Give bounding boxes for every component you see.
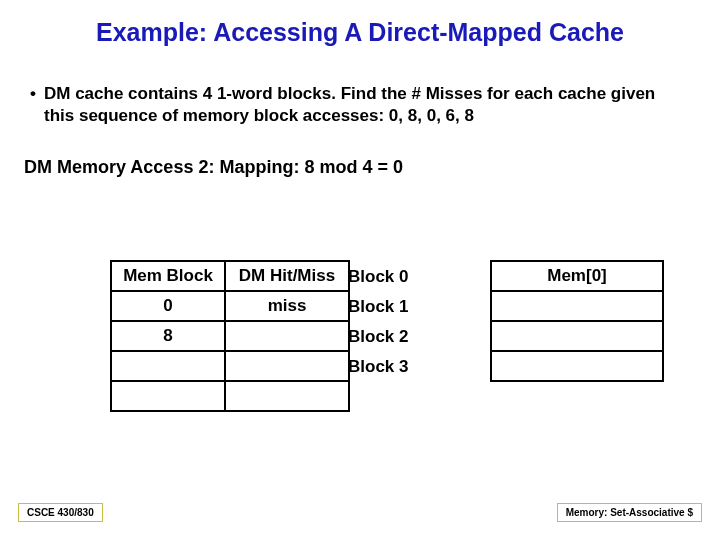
subheading: DM Memory Access 2: Mapping: 8 mod 4 = 0 [0, 127, 720, 178]
bullet-area: • DM cache contains 4 1-word blocks. Fin… [0, 55, 720, 127]
th-memblock: Mem Block [111, 261, 225, 291]
th-hitmiss: DM Hit/Miss [225, 261, 349, 291]
block-label-2: Block 2 [348, 322, 408, 352]
access-table: Mem Block DM Hit/Miss 0 miss 8 [110, 260, 350, 412]
bullet-line: • DM cache contains 4 1-word blocks. Fin… [30, 83, 690, 127]
cache-row-3 [491, 351, 663, 381]
slide-title: Example: Accessing A Direct-Mapped Cache [0, 0, 720, 55]
footer-topic: Memory: Set-Associative $ [557, 503, 702, 522]
cache-row-1 [491, 291, 663, 321]
cache-table: Mem[0] [490, 260, 664, 382]
cell-r1c1: 0 [111, 291, 225, 321]
cell-r2c2 [225, 321, 349, 351]
cell-r4c2 [225, 381, 349, 411]
block-labels: Block 0 Block 1 Block 2 Block 3 [348, 262, 408, 382]
cache-row-2 [491, 321, 663, 351]
cell-r4c1 [111, 381, 225, 411]
block-label-1: Block 1 [348, 292, 408, 322]
cell-r1c2: miss [225, 291, 349, 321]
cell-r3c1 [111, 351, 225, 381]
cell-r3c2 [225, 351, 349, 381]
bullet-text: DM cache contains 4 1-word blocks. Find … [44, 83, 690, 127]
footer-course: CSCE 430/830 [18, 503, 103, 522]
bullet-dot: • [30, 83, 44, 105]
block-label-3: Block 3 [348, 352, 408, 382]
cell-r2c1: 8 [111, 321, 225, 351]
block-label-0: Block 0 [348, 262, 408, 292]
cache-row-0: Mem[0] [491, 261, 663, 291]
